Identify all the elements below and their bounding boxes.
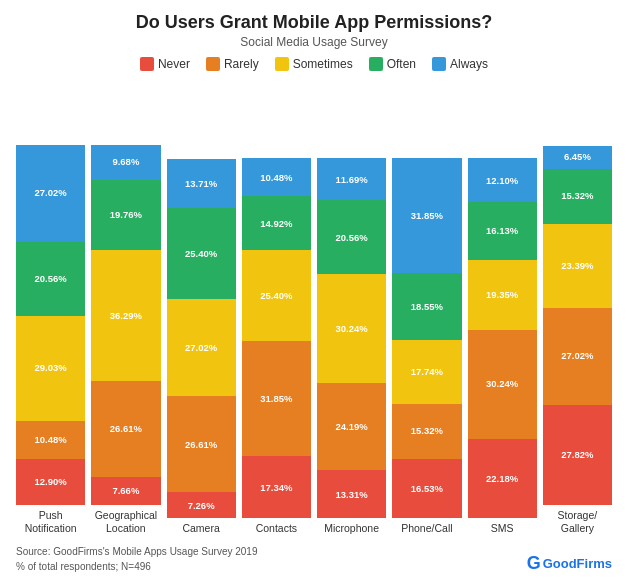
legend-label: Always bbox=[450, 57, 488, 71]
bar-segment-often: 15.32% bbox=[543, 169, 612, 224]
bar-segment-sometimes: 29.03% bbox=[16, 316, 85, 421]
bar-value-always: 13.71% bbox=[185, 179, 217, 189]
bar-value-often: 20.56% bbox=[35, 274, 67, 284]
bar-segment-often: 14.92% bbox=[242, 196, 311, 250]
x-label-4: Microphone bbox=[324, 522, 379, 536]
bar-value-often: 20.56% bbox=[336, 233, 368, 243]
bar-group-2: 7.26%26.61%27.02%25.40%13.71%Camera bbox=[167, 158, 236, 536]
legend-color bbox=[432, 57, 446, 71]
bar-5: 16.53%15.32%17.74%18.55%31.85% bbox=[392, 158, 461, 518]
bar-value-sometimes: 17.74% bbox=[411, 367, 443, 377]
x-label-2: Camera bbox=[182, 522, 219, 536]
main-container: Do Users Grant Mobile App Permissions? S… bbox=[0, 0, 628, 584]
legend-color bbox=[275, 57, 289, 71]
bar-value-never: 12.90% bbox=[35, 477, 67, 487]
bar-segment-rarely: 26.61% bbox=[167, 396, 236, 492]
legend-item-often: Often bbox=[369, 57, 416, 71]
bar-group-6: 22.18%30.24%19.35%16.13%12.10%SMS bbox=[468, 158, 537, 536]
chart-bars-area: 12.90%10.48%29.03%20.56%27.02%PushNotifi… bbox=[16, 81, 612, 538]
legend-item-sometimes: Sometimes bbox=[275, 57, 353, 71]
bar-value-often: 14.92% bbox=[260, 219, 292, 229]
bar-value-never: 16.53% bbox=[411, 484, 443, 494]
x-label-1: GeographicalLocation bbox=[95, 509, 157, 536]
bar-value-often: 19.76% bbox=[110, 210, 142, 220]
bar-segment-never: 17.34% bbox=[242, 456, 311, 518]
bar-value-sometimes: 19.35% bbox=[486, 290, 518, 300]
bar-segment-always: 6.45% bbox=[543, 146, 612, 169]
bar-segment-rarely: 15.32% bbox=[392, 404, 461, 459]
bar-group-4: 13.31%24.19%30.24%20.56%11.69%Microphone bbox=[317, 158, 386, 536]
bar-group-5: 16.53%15.32%17.74%18.55%31.85%Phone/Call bbox=[392, 158, 461, 536]
bar-group-1: 7.66%26.61%36.29%19.76%9.68%Geographical… bbox=[91, 145, 160, 536]
bar-segment-sometimes: 23.39% bbox=[543, 224, 612, 308]
bar-value-rarely: 31.85% bbox=[260, 394, 292, 404]
bar-2: 7.26%26.61%27.02%25.40%13.71% bbox=[167, 158, 236, 518]
bar-1: 7.66%26.61%36.29%19.76%9.68% bbox=[91, 145, 160, 505]
bar-value-often: 15.32% bbox=[561, 191, 593, 201]
bar-segment-always: 12.10% bbox=[468, 158, 537, 202]
brand-g-icon: G bbox=[527, 553, 541, 574]
legend-color bbox=[140, 57, 154, 71]
bar-segment-never: 13.31% bbox=[317, 470, 386, 518]
bar-value-never: 7.26% bbox=[188, 501, 215, 511]
bar-0: 12.90%10.48%29.03%20.56%27.02% bbox=[16, 145, 85, 505]
brand-logo: G GoodFirms bbox=[527, 553, 612, 574]
bar-value-always: 9.68% bbox=[112, 157, 139, 167]
legend-label: Sometimes bbox=[293, 57, 353, 71]
bar-7: 27.82%27.02%23.39%15.32%6.45% bbox=[543, 145, 612, 505]
bar-value-never: 13.31% bbox=[336, 490, 368, 500]
bar-6: 22.18%30.24%19.35%16.13%12.10% bbox=[468, 158, 537, 518]
bar-segment-sometimes: 25.40% bbox=[242, 250, 311, 341]
bar-segment-never: 16.53% bbox=[392, 459, 461, 519]
bar-segment-rarely: 10.48% bbox=[16, 421, 85, 459]
bar-value-sometimes: 25.40% bbox=[260, 291, 292, 301]
bar-value-always: 27.02% bbox=[35, 188, 67, 198]
bar-segment-rarely: 24.19% bbox=[317, 383, 386, 470]
bar-value-always: 31.85% bbox=[411, 211, 443, 221]
bar-segment-sometimes: 30.24% bbox=[317, 274, 386, 383]
bar-value-never: 17.34% bbox=[260, 483, 292, 493]
bar-value-rarely: 26.61% bbox=[185, 440, 217, 450]
legend-color bbox=[369, 57, 383, 71]
bar-value-sometimes: 36.29% bbox=[110, 311, 142, 321]
legend-color bbox=[206, 57, 220, 71]
bar-segment-often: 25.40% bbox=[167, 208, 236, 299]
bar-value-rarely: 27.02% bbox=[561, 351, 593, 361]
bar-segment-often: 18.55% bbox=[392, 273, 461, 340]
bar-segment-rarely: 30.24% bbox=[468, 330, 537, 439]
bar-segment-never: 12.90% bbox=[16, 459, 85, 505]
x-label-0: PushNotification bbox=[25, 509, 77, 536]
bar-segment-always: 11.69% bbox=[317, 158, 386, 200]
bar-value-rarely: 26.61% bbox=[110, 424, 142, 434]
x-label-7: Storage/Gallery bbox=[558, 509, 598, 536]
bar-group-0: 12.90%10.48%29.03%20.56%27.02%PushNotifi… bbox=[16, 145, 85, 536]
legend-label: Often bbox=[387, 57, 416, 71]
bar-value-often: 18.55% bbox=[411, 302, 443, 312]
legend-item-never: Never bbox=[140, 57, 190, 71]
bar-value-sometimes: 23.39% bbox=[561, 261, 593, 271]
bar-segment-often: 20.56% bbox=[317, 200, 386, 274]
bar-value-rarely: 15.32% bbox=[411, 426, 443, 436]
x-label-5: Phone/Call bbox=[401, 522, 452, 536]
bar-segment-sometimes: 19.35% bbox=[468, 260, 537, 330]
bar-segment-always: 10.48% bbox=[242, 158, 311, 196]
bar-4: 13.31%24.19%30.24%20.56%11.69% bbox=[317, 158, 386, 518]
bar-group-7: 27.82%27.02%23.39%15.32%6.45%Storage/Gal… bbox=[543, 145, 612, 536]
bar-segment-never: 22.18% bbox=[468, 439, 537, 519]
bar-segment-rarely: 27.02% bbox=[543, 308, 612, 405]
bar-value-always: 12.10% bbox=[486, 176, 518, 186]
brand-name: GoodFirms bbox=[543, 556, 612, 571]
bar-segment-never: 27.82% bbox=[543, 405, 612, 505]
bar-segment-rarely: 31.85% bbox=[242, 341, 311, 456]
bar-segment-always: 13.71% bbox=[167, 159, 236, 208]
bar-group-3: 17.34%31.85%25.40%14.92%10.48%Contacts bbox=[242, 158, 311, 536]
legend-label: Never bbox=[158, 57, 190, 71]
bar-value-often: 25.40% bbox=[185, 249, 217, 259]
bar-value-never: 22.18% bbox=[486, 474, 518, 484]
bar-segment-sometimes: 36.29% bbox=[91, 250, 160, 381]
bar-value-sometimes: 27.02% bbox=[185, 343, 217, 353]
bar-value-often: 16.13% bbox=[486, 226, 518, 236]
bar-value-rarely: 30.24% bbox=[486, 379, 518, 389]
bar-segment-sometimes: 17.74% bbox=[392, 340, 461, 404]
bar-value-always: 11.69% bbox=[336, 175, 368, 185]
